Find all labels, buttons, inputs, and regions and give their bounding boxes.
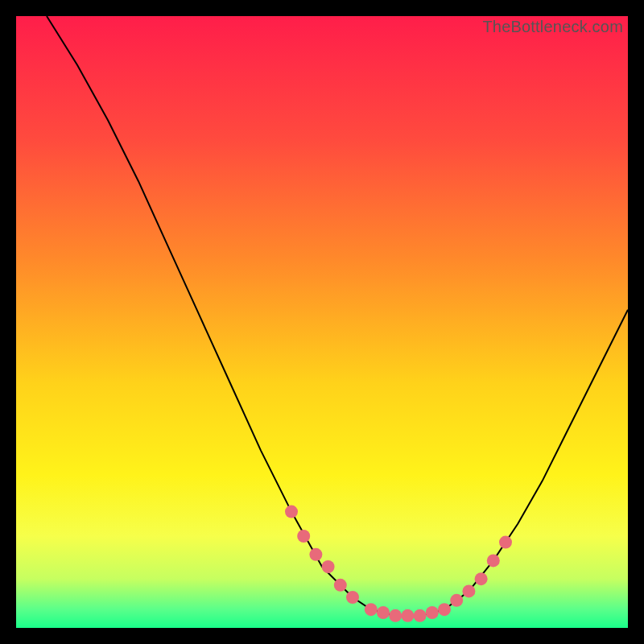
- data-dot: [377, 606, 390, 619]
- data-dot: [309, 548, 322, 561]
- data-dot: [334, 579, 347, 592]
- data-dot: [450, 594, 463, 607]
- data-dot: [401, 609, 414, 622]
- data-dot: [322, 560, 335, 573]
- bottleneck-chart: [16, 16, 628, 628]
- data-dot: [365, 603, 378, 616]
- data-dot: [426, 606, 439, 619]
- data-dot: [487, 554, 500, 567]
- data-dot: [462, 584, 475, 597]
- data-dot: [285, 506, 298, 518]
- data-dot: [499, 536, 512, 549]
- data-dot: [414, 609, 427, 622]
- data-dot: [297, 530, 310, 543]
- gradient-background: [16, 16, 628, 628]
- data-dot: [475, 572, 488, 585]
- data-dot: [346, 591, 359, 604]
- chart-frame: TheBottleneck.com: [16, 16, 628, 628]
- data-dot: [438, 603, 451, 616]
- watermark-text: TheBottleneck.com: [482, 18, 623, 36]
- data-dot: [389, 609, 402, 622]
